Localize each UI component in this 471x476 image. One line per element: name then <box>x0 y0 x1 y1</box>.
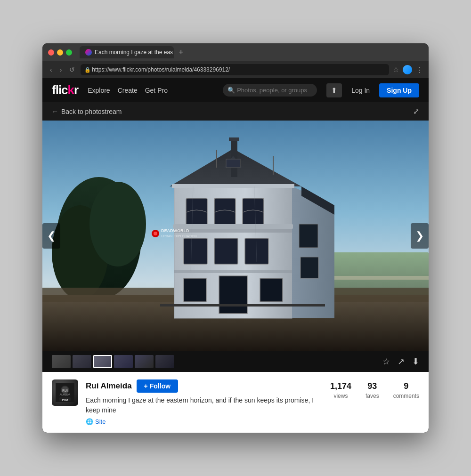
svg-rect-18 <box>186 198 207 226</box>
svg-rect-17 <box>226 159 240 168</box>
stats-bar: 1,174 views 93 faves 9 comments <box>330 379 419 400</box>
back-to-photostream-label: Back to photostream <box>61 108 122 115</box>
avatar-image: RUI ALMEIDA PRO <box>52 379 78 406</box>
back-nav-button[interactable]: ‹ <box>48 65 54 74</box>
minimize-button[interactable] <box>57 49 63 56</box>
globe-icon: 🌐 <box>86 418 93 425</box>
lock-icon: 🔒 <box>84 67 91 73</box>
browser-menu-icon[interactable]: ⋮ <box>416 65 423 74</box>
follow-plus-icon: + <box>144 382 148 390</box>
address-bar: ‹ › ↺ 🔒 ☆ ⋮ <box>42 61 429 78</box>
svg-rect-26 <box>219 276 247 314</box>
svg-rect-21 <box>184 238 207 264</box>
login-button[interactable]: Log In <box>351 87 370 94</box>
svg-rect-32 <box>173 224 293 229</box>
back-to-photostream-link[interactable]: ← Back to photostream <box>52 108 122 115</box>
thumbnail-list <box>52 355 174 368</box>
thumbnail-strip: ☆ ↗ ⬇ <box>42 351 429 372</box>
thumbnail-4[interactable] <box>114 355 133 368</box>
thumbnail-5[interactable] <box>135 355 154 368</box>
flickr-app: flickr Explore Create Get Pro 🔍 ⬆ Log In… <box>42 78 429 433</box>
search-icon: 🔍 <box>227 87 235 94</box>
svg-text:ALMEIDA: ALMEIDA <box>60 393 71 396</box>
svg-rect-13 <box>229 137 239 141</box>
thumbnail-1[interactable] <box>52 355 71 368</box>
comments-value: 9 <box>393 381 419 391</box>
refresh-nav-button[interactable]: ↺ <box>67 65 77 74</box>
svg-text:DEADWORLD: DEADWORLD <box>161 228 189 233</box>
views-stat: 1,174 views <box>330 381 351 400</box>
flickr-logo: flickr <box>52 83 78 97</box>
thumbnail-3-active[interactable] <box>93 355 112 368</box>
svg-rect-24 <box>299 224 318 248</box>
browser-avatar-icon <box>403 65 412 74</box>
svg-rect-20 <box>243 198 264 226</box>
signup-button[interactable]: Sign Up <box>379 83 419 97</box>
user-name: Rui Almeida <box>86 381 132 391</box>
traffic-lights <box>48 49 72 56</box>
comments-stat: 9 comments <box>393 381 419 400</box>
svg-rect-27 <box>184 278 206 302</box>
building-illustration: DEADWORLD URBAN EXPLORATION <box>42 121 429 351</box>
address-input[interactable] <box>81 64 389 75</box>
prev-photo-button[interactable]: ❮ <box>42 223 60 249</box>
faves-label: faves <box>365 393 379 399</box>
follow-label: Follow <box>150 382 171 390</box>
svg-point-37 <box>154 232 157 235</box>
svg-rect-25 <box>300 257 318 278</box>
active-tab[interactable]: Each morning I gaze at the eas × <box>80 46 174 58</box>
tab-bar: Each morning I gaze at the eas × + <box>80 46 423 58</box>
next-photo-button[interactable]: ❯ <box>411 223 429 249</box>
site-link-label: Site <box>95 418 106 425</box>
svg-rect-28 <box>260 278 283 302</box>
svg-text:URBAN EXPLORATION: URBAN EXPLORATION <box>161 234 197 238</box>
thumbnail-6[interactable] <box>155 355 174 368</box>
favorite-button[interactable]: ☆ <box>382 356 390 367</box>
explore-link[interactable]: Explore <box>88 87 110 94</box>
browser-window: Each morning I gaze at the eas × + ‹ › ↺… <box>42 43 429 433</box>
site-link[interactable]: 🌐 Site <box>86 418 323 425</box>
share-button[interactable]: ↗ <box>398 356 405 367</box>
forward-nav-button[interactable]: › <box>58 65 64 74</box>
photo-description: Each morning I gaze at the eastern horiz… <box>86 395 323 415</box>
address-wrapper: 🔒 <box>81 64 389 75</box>
info-bar: RUI ALMEIDA PRO Rui Almeida + Follow Eac… <box>42 372 429 433</box>
svg-point-5 <box>89 182 146 266</box>
new-tab-button[interactable]: + <box>176 48 187 57</box>
photo-image: DEADWORLD URBAN EXPLORATION ❮ ❯ <box>42 121 429 351</box>
svg-rect-19 <box>214 198 236 226</box>
search-wrapper: 🔍 <box>223 84 317 97</box>
download-button[interactable]: ⬇ <box>412 356 419 367</box>
photo-viewer: DEADWORLD URBAN EXPLORATION ❮ ❯ <box>42 121 429 351</box>
tab-favicon <box>85 49 92 56</box>
comments-label: comments <box>393 393 419 399</box>
title-bar: Each morning I gaze at the eas × + <box>42 43 429 61</box>
upload-button[interactable]: ⬆ <box>326 83 342 97</box>
thumbnail-2[interactable] <box>73 355 91 368</box>
create-link[interactable]: Create <box>118 87 138 94</box>
svg-rect-22 <box>214 238 238 264</box>
maximize-button[interactable] <box>66 49 72 56</box>
photo-nav-bar: ← Back to photostream ⤢ <box>42 102 429 121</box>
faves-stat: 93 faves <box>365 381 379 400</box>
svg-text:PRO: PRO <box>62 398 68 401</box>
views-label: views <box>333 393 348 399</box>
search-input[interactable] <box>223 84 317 97</box>
flickr-header: flickr Explore Create Get Pro 🔍 ⬆ Log In… <box>42 78 429 102</box>
back-arrow-icon: ← <box>52 108 58 115</box>
user-name-row: Rui Almeida + Follow <box>86 379 323 393</box>
svg-rect-35 <box>160 304 325 307</box>
bookmark-icon[interactable]: ☆ <box>393 65 399 74</box>
tab-title: Each morning I gaze at the eas <box>95 49 173 56</box>
flickr-nav: Explore Create Get Pro <box>88 87 213 94</box>
get-pro-link[interactable]: Get Pro <box>145 87 168 94</box>
svg-rect-31 <box>172 184 294 188</box>
follow-button[interactable]: + Follow <box>137 379 179 393</box>
photo-actions: ☆ ↗ ⬇ <box>382 356 419 367</box>
avatar: RUI ALMEIDA PRO <box>52 379 78 406</box>
expand-icon[interactable]: ⤢ <box>413 107 419 116</box>
views-value: 1,174 <box>330 381 351 391</box>
close-button[interactable] <box>48 49 54 56</box>
svg-rect-30 <box>174 270 292 273</box>
faves-value: 93 <box>365 381 379 391</box>
